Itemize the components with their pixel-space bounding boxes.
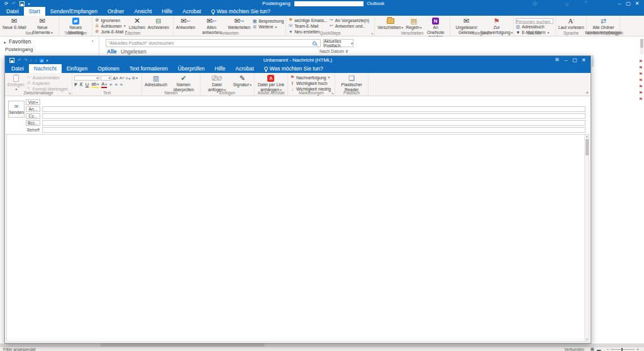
subject-field[interactable]	[42, 127, 586, 133]
body-scrollbar[interactable]: ∧ ∨	[584, 135, 589, 341]
main-maximize-button[interactable]: ▢	[624, 1, 633, 6]
cc-input[interactable]	[43, 114, 585, 119]
find-people-input-field[interactable]	[516, 20, 553, 24]
search-scope-dropdown[interactable]: Aktuelles Postfach▾	[323, 39, 353, 47]
cc-button[interactable]: Cc...	[26, 113, 40, 119]
flag-icon[interactable]: ⚑	[639, 97, 643, 102]
filter-tab-alle[interactable]: Alle	[107, 48, 117, 55]
copy-button[interactable]: ⊞Kopieren	[26, 81, 68, 86]
move-button[interactable]: Verschieben▾	[377, 16, 404, 31]
cc-field[interactable]	[42, 113, 586, 119]
flag-icon[interactable]: ⚑	[639, 72, 643, 77]
find-people-input[interactable]	[516, 18, 553, 24]
quickstep-team-email[interactable]: ✉Team-E-Mail	[288, 24, 328, 29]
previous-item-icon[interactable]: ↑	[30, 58, 33, 62]
main-tab-ansicht[interactable]: Ansicht	[129, 7, 157, 16]
quickstep-an-vorgesetzte[interactable]: ↪An Vorgesetzte(n)	[329, 18, 369, 23]
search-icon[interactable]	[313, 42, 316, 45]
more-respond-button[interactable]: ⊞Weitere▾	[252, 25, 284, 30]
filter-tab-ungelesen[interactable]: Ungelesen	[121, 48, 147, 55]
address-book-button[interactable]: ▥Adressbuch	[516, 25, 553, 30]
subject-input[interactable]	[43, 128, 585, 133]
address-book-button[interactable]: ▥ Adressbuch	[144, 74, 168, 88]
highlight-color-button[interactable]: ab▾	[91, 82, 99, 88]
send-button[interactable]: ✉ Senden	[8, 101, 25, 118]
cut-button[interactable]: ✂Ausschneiden	[26, 75, 68, 81]
save-icon[interactable]	[9, 58, 14, 63]
bcc-field[interactable]	[42, 120, 586, 126]
attach-via-link-button[interactable]: Λ Datei per Link anhängen▾	[257, 74, 286, 92]
qat-customize-icon[interactable]: ▾	[28, 2, 30, 6]
zoom-out-icon[interactable]: −	[606, 347, 609, 351]
teamviewer-qat-icon[interactable]: ⇄	[40, 57, 44, 63]
message-body[interactable]: ∧ ∨	[6, 134, 589, 342]
redo-icon[interactable]: ↷	[24, 58, 28, 63]
compose-tab-datei[interactable]: Datei	[6, 64, 29, 73]
forward-button[interactable]: ✉↪ Weiterleiten	[227, 16, 251, 31]
view-normal-icon[interactable]: ▦	[591, 347, 594, 351]
reply-button[interactable]: ✉↩ Antworten	[175, 16, 196, 31]
main-tab-senden-empfangen[interactable]: Senden/Empfangen	[45, 7, 103, 16]
list-scrollbar[interactable]	[640, 39, 643, 54]
favorites-expander-icon[interactable]: ▴	[4, 40, 6, 44]
follow-up-button[interactable]: ⚑Nachverfolgung▾	[290, 75, 331, 81]
signature-button[interactable]: ✎ Signatur▾	[233, 74, 252, 88]
paste-button[interactable]: Einfügen ▾	[7, 74, 25, 92]
send-receive-icon[interactable]: ⟳	[4, 1, 8, 6]
sort-dropdown[interactable]: Nach Datum ∨	[319, 49, 348, 54]
compose-tab-hilfe[interactable]: Hilfe	[209, 64, 230, 73]
compose-maximize-button[interactable]: ▢	[570, 57, 579, 63]
new-email-button[interactable]: ✉ Neue E-Mail	[2, 16, 26, 31]
body-scrollbar-thumb[interactable]	[586, 139, 589, 155]
next-item-icon[interactable]: ↓	[35, 58, 37, 62]
compose-tab-einfuegen[interactable]: Einfügen	[62, 64, 93, 73]
cleanup-button[interactable]: ⇊Aufräumen▾	[94, 24, 127, 29]
undo-icon[interactable]: ↶	[18, 58, 21, 63]
grow-font-icon[interactable]: A˄	[113, 76, 118, 81]
flag-icon[interactable]: ⚑	[639, 91, 643, 96]
meeting-button[interactable]: ▦Besprechung	[252, 19, 284, 24]
bullet-list-icon[interactable]: ≡▾	[125, 76, 130, 81]
compose-tab-text-formatieren[interactable]: Text formatieren	[125, 64, 173, 73]
compose-minimize-button[interactable]: –	[562, 57, 570, 63]
collapse-folder-pane-icon[interactable]: ‹	[92, 38, 94, 44]
font-size-combo[interactable]: ▾	[101, 75, 111, 81]
font-name-combo[interactable]: ▾	[74, 75, 99, 81]
compose-tab-optionen[interactable]: Optionen	[92, 64, 125, 73]
favorites-label[interactable]: Favoriten	[9, 38, 31, 45]
align-center-icon[interactable]: ≡	[114, 82, 117, 87]
flag-icon[interactable]: ⚑	[639, 65, 643, 70]
mailbox-search-input[interactable]	[108, 40, 313, 47]
tags-dialog-launcher-icon[interactable]: ↘	[331, 91, 334, 95]
italic-button[interactable]: K	[80, 82, 83, 87]
ignore-button[interactable]: ⊘Ignorieren	[94, 18, 127, 23]
align-left-icon[interactable]: ≡	[109, 82, 112, 87]
main-tab-ordner[interactable]: Ordner	[103, 7, 129, 16]
mailbox-search-box[interactable]	[106, 39, 321, 47]
font-color-button[interactable]: A▾	[101, 82, 107, 88]
archive-button[interactable]: ⊟ Archivieren	[147, 16, 170, 31]
high-importance-button[interactable]: !Wichtigkeit hoch	[290, 81, 331, 86]
bcc-input[interactable]	[43, 121, 585, 126]
collapse-ribbon-icon[interactable]: ∧	[586, 90, 589, 94]
ribbon-display-options-icon[interactable]: ⊞	[553, 57, 562, 63]
compose-tab-ueberpruefen[interactable]: Überprüfen	[173, 64, 210, 73]
check-names-button[interactable]: ✔ Namen überprüfen	[169, 74, 198, 92]
folder-inbox[interactable]: Posteingang	[5, 47, 33, 52]
flag-icon[interactable]: ⚑	[639, 78, 643, 83]
compose-tab-acrobat[interactable]: Acrobat	[230, 64, 258, 73]
immersive-reader-button[interactable]: ❏ Plastischer Reader	[337, 74, 366, 92]
main-close-button[interactable]: ✕	[633, 1, 641, 6]
quicksteps-dialog-launcher-icon[interactable]: ↘	[370, 31, 374, 35]
main-minimize-button[interactable]: –	[615, 1, 624, 6]
compose-tab-nachricht[interactable]: Nachricht	[29, 64, 62, 73]
zoom-slider[interactable]	[611, 349, 635, 350]
clipboard-dialog-launcher-icon[interactable]: ↘	[68, 91, 71, 95]
delete-button[interactable]: ✕ Löschen	[128, 16, 146, 31]
to-button[interactable]: An...	[26, 106, 40, 112]
zoom-slider-thumb[interactable]	[621, 348, 623, 351]
main-tab-datei[interactable]: Datei	[1, 7, 24, 16]
zoom-in-icon[interactable]: +	[636, 347, 639, 351]
scroll-down-icon[interactable]: ∨	[585, 337, 589, 341]
undo-icon[interactable]: ↶	[12, 1, 16, 6]
